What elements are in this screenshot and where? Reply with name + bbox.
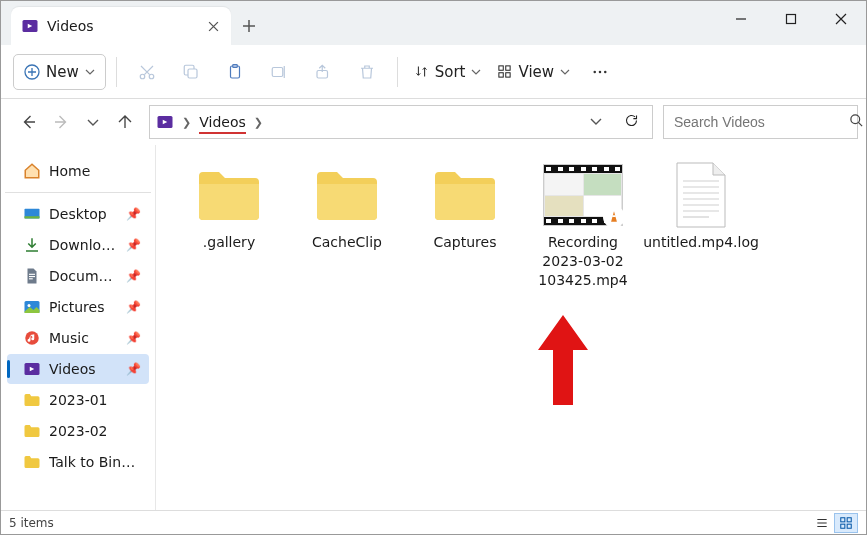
- document-icon: [23, 267, 41, 285]
- breadcrumb-current[interactable]: Videos: [199, 114, 246, 134]
- new-button[interactable]: New: [13, 54, 106, 90]
- rename-button[interactable]: [259, 54, 299, 90]
- pin-icon: 📌: [126, 300, 141, 314]
- svg-rect-9: [272, 67, 283, 76]
- more-button[interactable]: [580, 54, 620, 90]
- sidebar-item-home[interactable]: Home: [7, 156, 149, 186]
- folder-icon: [23, 391, 41, 409]
- videos-folder-icon: [156, 113, 174, 131]
- sidebar-item-videos[interactable]: Videos 📌: [7, 354, 149, 384]
- svg-rect-12: [506, 66, 510, 70]
- home-icon: [23, 162, 41, 180]
- video-thumbnail-icon: [540, 157, 626, 233]
- cut-button[interactable]: [127, 54, 167, 90]
- tab-close-icon[interactable]: [201, 14, 225, 38]
- sidebar-label: Videos: [49, 361, 118, 377]
- delete-button[interactable]: [347, 54, 387, 90]
- separator: [5, 192, 151, 193]
- sidebar-item-documents[interactable]: Documents 📌: [7, 261, 149, 291]
- breadcrumb-dropdown[interactable]: [584, 115, 608, 130]
- window-controls: [716, 1, 866, 37]
- svg-rect-45: [847, 517, 851, 521]
- sidebar-item-folder[interactable]: 2023-01: [7, 385, 149, 415]
- tab-videos[interactable]: Videos: [11, 7, 231, 45]
- music-icon: [23, 329, 41, 347]
- sidebar-label: Pictures: [49, 299, 118, 315]
- sidebar-item-desktop[interactable]: Desktop 📌: [7, 199, 149, 229]
- chevron-down-icon: [471, 67, 481, 77]
- svg-rect-47: [847, 524, 851, 528]
- new-button-label: New: [46, 63, 79, 81]
- content-area: .gallery CacheClip Captures: [156, 145, 866, 510]
- copy-button[interactable]: [171, 54, 211, 90]
- view-button[interactable]: View: [491, 54, 576, 90]
- new-tab-button[interactable]: [231, 7, 267, 45]
- svg-marker-40: [538, 315, 588, 405]
- sidebar-label: Talk to Bing AI: [49, 454, 141, 470]
- separator: [397, 57, 398, 87]
- breadcrumb-bar[interactable]: ❯ Videos ❯: [149, 105, 653, 139]
- chevron-right-icon[interactable]: ❯: [182, 116, 191, 129]
- window-maximize[interactable]: [766, 1, 816, 37]
- sidebar-item-pictures[interactable]: Pictures 📌: [7, 292, 149, 322]
- nav-back-button[interactable]: [15, 108, 43, 136]
- svg-point-16: [599, 70, 602, 73]
- items-grid: .gallery CacheClip Captures: [156, 145, 866, 302]
- chevron-down-icon: [560, 67, 570, 77]
- sidebar-label: Documents: [49, 268, 118, 284]
- command-toolbar: New Sort View: [1, 45, 866, 99]
- nav-recent-button[interactable]: [79, 108, 107, 136]
- nav-up-button[interactable]: [111, 108, 139, 136]
- sidebar-item-music[interactable]: Music 📌: [7, 323, 149, 353]
- svg-rect-44: [841, 517, 845, 521]
- svg-point-27: [28, 304, 31, 307]
- videos-folder-icon: [21, 17, 39, 35]
- status-item-count: 5 items: [9, 516, 54, 530]
- vlc-icon: [603, 206, 625, 228]
- folder-item[interactable]: CacheClip: [298, 157, 396, 252]
- share-button[interactable]: [303, 54, 343, 90]
- svg-rect-32: [612, 215, 616, 217]
- folder-icon: [23, 422, 41, 440]
- videos-icon: [23, 360, 41, 378]
- video-item[interactable]: Recording 2023-03-02 103425.mp4: [534, 157, 632, 290]
- view-label: View: [518, 63, 554, 81]
- pin-icon: 📌: [126, 207, 141, 221]
- refresh-button[interactable]: [616, 113, 646, 131]
- sort-button[interactable]: Sort: [408, 54, 488, 90]
- chevron-right-icon[interactable]: ❯: [254, 116, 263, 129]
- sidebar-label: Downloads: [49, 237, 118, 253]
- pictures-icon: [23, 298, 41, 316]
- file-item[interactable]: untitled.mp4.log: [652, 157, 750, 252]
- tab-title: Videos: [47, 18, 193, 34]
- item-label: .gallery: [203, 233, 255, 252]
- search-input[interactable]: [674, 114, 849, 130]
- sidebar-label: Home: [49, 163, 141, 179]
- svg-rect-46: [841, 524, 845, 528]
- annotation-arrow-icon: [533, 315, 593, 405]
- window-close[interactable]: [816, 1, 866, 37]
- svg-rect-14: [506, 73, 510, 77]
- icons-view-toggle[interactable]: [834, 513, 858, 533]
- svg-rect-24: [29, 276, 35, 277]
- sidebar-label: 2023-02: [49, 423, 141, 439]
- folder-item[interactable]: Captures: [416, 157, 514, 252]
- folder-item[interactable]: .gallery: [180, 157, 278, 252]
- nav-forward-button[interactable]: [47, 108, 75, 136]
- download-icon: [23, 236, 41, 254]
- paste-button[interactable]: [215, 54, 255, 90]
- sidebar-item-folder[interactable]: 2023-02: [7, 416, 149, 446]
- details-view-toggle[interactable]: [810, 513, 834, 533]
- svg-point-15: [594, 70, 597, 73]
- sidebar-label: Desktop: [49, 206, 118, 222]
- search-box[interactable]: [663, 105, 858, 139]
- sidebar-item-downloads[interactable]: Downloads 📌: [7, 230, 149, 260]
- sidebar-item-folder[interactable]: Talk to Bing AI: [7, 447, 149, 477]
- search-icon[interactable]: [849, 113, 864, 131]
- textfile-icon: [658, 157, 744, 233]
- svg-rect-22: [25, 216, 40, 218]
- window-minimize[interactable]: [716, 1, 766, 37]
- svg-point-17: [604, 70, 607, 73]
- svg-rect-23: [29, 274, 35, 275]
- navigation-bar: ❯ Videos ❯: [1, 99, 866, 145]
